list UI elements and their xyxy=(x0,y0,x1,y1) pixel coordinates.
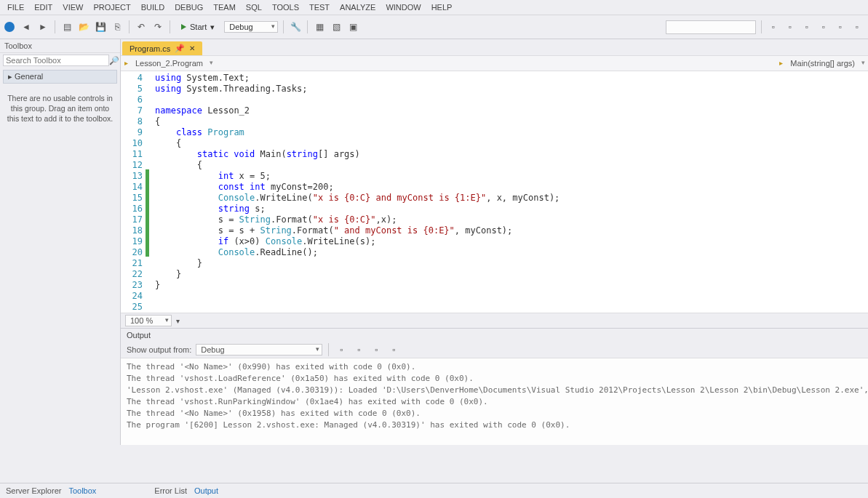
menu-debug[interactable]: DEBUG xyxy=(175,3,203,12)
toolbar-icon[interactable]: ▫ xyxy=(784,20,797,33)
line-numbers: 45678910111213141516171819202122232425 xyxy=(121,71,146,313)
toolbar-icon[interactable]: ▫ xyxy=(767,20,780,33)
new-project-icon[interactable]: ▤ xyxy=(60,20,73,33)
toolbox-title: Toolbox xyxy=(0,39,120,53)
toolbox-general-section[interactable]: ▸ General xyxy=(3,70,117,84)
toolbox-empty-message: There are no usable controls in this gro… xyxy=(0,86,120,132)
menu-analyze[interactable]: ANALYZE xyxy=(340,3,375,12)
search-icon[interactable]: 🔎 xyxy=(109,56,119,65)
config-dropdown[interactable]: Debug xyxy=(224,21,278,33)
output-toggle-icon[interactable]: ▫ xyxy=(370,343,383,356)
play-icon xyxy=(181,24,186,30)
menu-file[interactable]: FILE xyxy=(7,3,24,12)
quick-launch-input[interactable] xyxy=(666,20,756,34)
back-button[interactable]: ◄ xyxy=(20,20,33,33)
save-all-icon[interactable]: ⎘ xyxy=(111,20,124,33)
output-wrap-icon[interactable]: ▫ xyxy=(352,343,365,356)
menu-help[interactable]: HELP xyxy=(431,3,453,12)
separator xyxy=(283,20,284,33)
menu-view[interactable]: VIEW xyxy=(63,3,83,12)
menu-team[interactable]: TEAM xyxy=(213,3,236,12)
toolbar-icon[interactable]: ▫ xyxy=(834,20,847,33)
member-dropdown[interactable]: Main(string[] args) xyxy=(776,57,868,69)
toolbar-icon[interactable]: ▫ xyxy=(800,20,813,33)
menu-sql[interactable]: SQL xyxy=(246,3,262,12)
class-dropdown[interactable]: Lesson_2.Program xyxy=(121,57,216,69)
output-toolbar: Show output from: Debug ▫ ▫ ▫ ▫ xyxy=(121,342,868,358)
separator xyxy=(170,20,170,33)
separator xyxy=(55,20,55,33)
code-editor[interactable]: 45678910111213141516171819202122232425 u… xyxy=(121,71,868,313)
toolbar-icon[interactable]: ▫ xyxy=(817,20,830,33)
code-text[interactable]: using System.Text;using System.Threading… xyxy=(149,71,868,313)
code-nav-bar: Lesson_2.Program Main(string[] args) xyxy=(121,55,868,71)
separator xyxy=(129,20,130,33)
close-tab-icon[interactable]: ✕ xyxy=(189,44,195,52)
main-toolbar: ◄ ► ▤ 📂 💾 ⎘ ↶ ↷ Start ▾ Debug 🔧 ▦ ▧ ▣ ▫ … xyxy=(0,15,868,39)
menu-bar: FILEEDITVIEWPROJECTBUILDDEBUGTEAMSQLTOOL… xyxy=(0,0,868,15)
zoom-bar: 100 % ▾ xyxy=(121,313,868,328)
zoom-dropdown[interactable]: 100 % xyxy=(125,315,172,326)
menu-test[interactable]: TEST xyxy=(309,3,330,12)
separator xyxy=(761,20,762,33)
menu-tools[interactable]: TOOLS xyxy=(272,3,299,12)
undo-icon[interactable]: ↶ xyxy=(135,20,148,33)
vs-logo-icon xyxy=(4,22,15,32)
output-from-label: Show output from: xyxy=(127,345,191,354)
document-tabs: Program.cs 📌 ✕ xyxy=(121,39,868,55)
output-title: Output xyxy=(121,329,868,342)
comment-icon[interactable]: ▦ xyxy=(313,20,326,33)
tab-label: Program.cs xyxy=(130,44,170,53)
output-find-icon[interactable]: ▫ xyxy=(387,343,400,356)
main-area: Toolbox 🔎 ▸ General There are no usable … xyxy=(0,39,868,445)
redo-icon[interactable]: ↷ xyxy=(151,20,164,33)
output-text[interactable]: The thread '<No Name>' (0x990) has exite… xyxy=(121,358,868,445)
output-clear-icon[interactable]: ▫ xyxy=(335,343,348,356)
start-label: Start xyxy=(190,23,207,31)
menu-window[interactable]: WINDOW xyxy=(386,3,421,12)
toolbar-icon[interactable]: ▫ xyxy=(851,20,864,33)
separator xyxy=(307,20,308,33)
menu-edit[interactable]: EDIT xyxy=(34,3,52,12)
open-icon[interactable]: 📂 xyxy=(77,20,90,33)
toolbox-search-input[interactable] xyxy=(3,55,109,66)
toolbox-panel: Toolbox 🔎 ▸ General There are no usable … xyxy=(0,39,121,445)
save-icon[interactable]: 💾 xyxy=(94,20,107,33)
uncomment-icon[interactable]: ▧ xyxy=(330,20,343,33)
start-debug-button[interactable]: Start ▾ xyxy=(175,21,220,33)
output-panel: Output Show output from: Debug ▫ ▫ ▫ ▫ T… xyxy=(121,328,868,445)
forward-button[interactable]: ► xyxy=(36,20,49,33)
bookmark-icon[interactable]: ▣ xyxy=(346,20,359,33)
tab-program-cs[interactable]: Program.cs 📌 ✕ xyxy=(122,41,202,55)
find-icon[interactable]: 🔧 xyxy=(289,20,302,33)
output-source-dropdown[interactable]: Debug xyxy=(196,344,322,356)
menu-build[interactable]: BUILD xyxy=(141,3,164,12)
pin-icon[interactable]: 📌 xyxy=(175,44,185,53)
toolbox-search: 🔎 xyxy=(0,53,120,68)
menu-project[interactable]: PROJECT xyxy=(93,3,130,12)
editor-column: Program.cs 📌 ✕ Lesson_2.Program Main(str… xyxy=(121,39,868,445)
